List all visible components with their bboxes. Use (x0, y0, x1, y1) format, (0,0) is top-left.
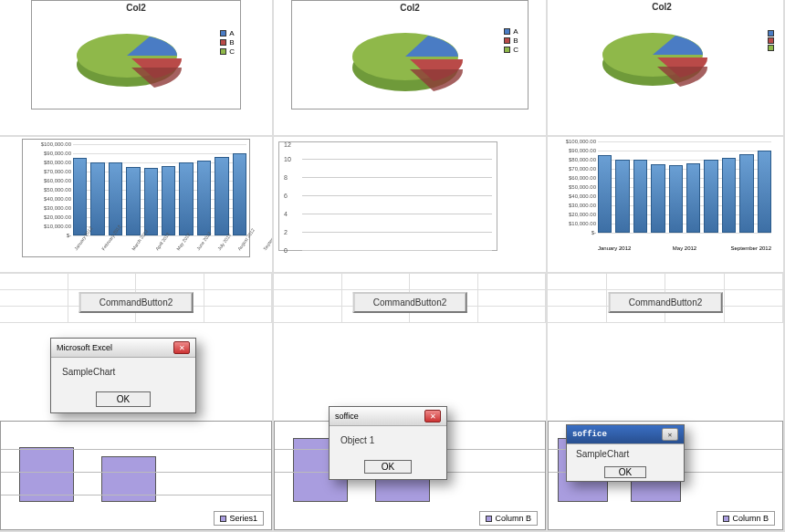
empty-chart-cell: 0 2 4 6 8 10 12 (274, 137, 548, 274)
message-dialog: Microsoft Excel ✕ SampleChart OK (50, 338, 196, 413)
pie-chart (63, 15, 209, 97)
pie-cell-2: Col2 A B C (274, 0, 548, 137)
command-button[interactable]: CommandButton2 (353, 292, 467, 313)
pie-cell-3: Col2 (548, 0, 785, 137)
close-icon[interactable]: ✕ (173, 341, 190, 354)
command-button[interactable]: CommandButton2 (79, 292, 194, 313)
dialog-title: soffice (335, 412, 359, 421)
series-legend: Column B (717, 511, 775, 526)
bar-chart: $- $10,000.00 $20,000.00 $30,000.00 $40,… (552, 141, 771, 251)
chart-title: Col2 (34, 3, 238, 13)
dialog-cell-1: CommandButton2 Series1 Microsoft Excel ✕… (0, 274, 274, 532)
dialog-title: Microsoft Excel (57, 343, 112, 352)
dialog-body: Object 1 (330, 426, 446, 454)
pie-legend: A B C (220, 28, 235, 57)
ok-button[interactable]: OK (364, 460, 412, 474)
chart-title: Col2 (550, 2, 774, 12)
close-icon[interactable]: ✕ (662, 428, 678, 441)
command-button[interactable]: CommandButton2 (609, 292, 723, 313)
message-dialog: soffice ✕ Object 1 OK (329, 406, 447, 480)
partial-chart: Series1 (0, 421, 272, 530)
ok-button[interactable]: OK (604, 466, 646, 478)
ok-button[interactable]: OK (96, 391, 151, 407)
bar-cell-1: $- $10,000.00 $20,000.00 $30,000.00 $40,… (0, 137, 274, 274)
dialog-titlebar: soffice ✕ (330, 407, 446, 426)
dialog-cell-3: CommandButton2 Column B soffice ✕ Sample… (548, 274, 785, 532)
dialog-titlebar: Microsoft Excel ✕ (51, 339, 195, 358)
pie-chart (337, 15, 483, 101)
series-legend: Column B (479, 511, 538, 526)
pie-legend (768, 29, 774, 52)
bar-chart: $- $10,000.00 $20,000.00 $30,000.00 $40,… (27, 144, 246, 254)
dialog-cell-2: CommandButton2 Column B soffice ✕ Object… (274, 274, 548, 532)
dialog-title: soffice (572, 430, 607, 439)
line-chart-empty: 0 2 4 6 8 10 12 (278, 141, 497, 251)
series-legend: Series1 (214, 511, 264, 526)
message-dialog: soffice ✕ SampleChart OK (566, 424, 685, 482)
dialog-body: SampleChart (51, 358, 195, 386)
pie-cell-1: Col2 A B C (0, 0, 274, 137)
chart-title: Col2 (294, 3, 526, 13)
pie-legend: A B C (504, 26, 518, 55)
pie-chart (589, 14, 735, 96)
dialog-body: SampleChart (567, 444, 684, 464)
bar-cell-3: $- $10,000.00 $20,000.00 $30,000.00 $40,… (548, 137, 785, 274)
dialog-titlebar: soffice ✕ (567, 425, 684, 444)
close-icon[interactable]: ✕ (424, 410, 441, 422)
